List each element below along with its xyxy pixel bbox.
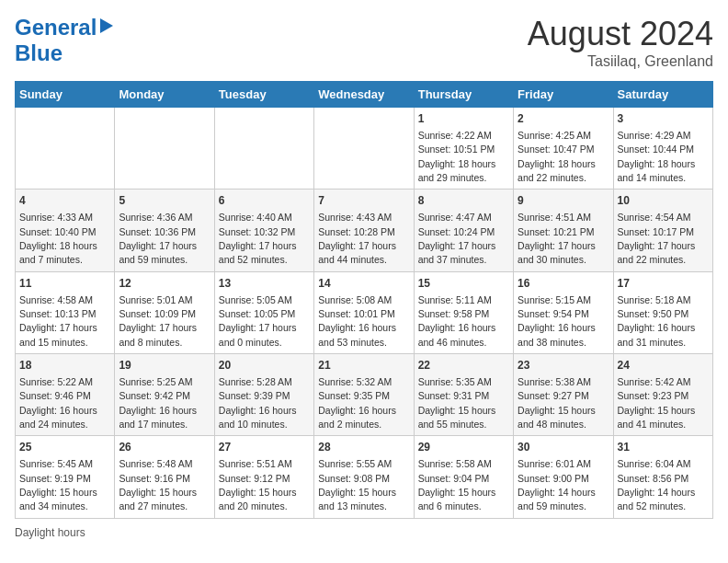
logo-text-general: General — [15, 15, 97, 40]
day-number: 28 — [318, 440, 409, 455]
day-info: Sunrise: 5:01 AM Sunset: 10:09 PM Daylig… — [119, 294, 197, 348]
calendar-cell: 9Sunrise: 4:51 AM Sunset: 10:21 PM Dayli… — [514, 190, 613, 271]
day-info: Sunrise: 5:28 AM Sunset: 9:39 PM Dayligh… — [219, 376, 297, 430]
day-number: 12 — [119, 276, 210, 292]
day-number: 8 — [418, 193, 509, 209]
day-number: 27 — [219, 440, 310, 455]
calendar-week-row: 1Sunrise: 4:22 AM Sunset: 10:51 PM Dayli… — [16, 108, 713, 190]
day-number: 21 — [318, 358, 409, 373]
day-info: Sunrise: 6:04 AM Sunset: 8:56 PM Dayligh… — [618, 458, 696, 511]
logo-arrow-icon — [100, 18, 113, 33]
day-info: Sunrise: 6:01 AM Sunset: 9:00 PM Dayligh… — [518, 458, 596, 511]
day-number: 30 — [518, 440, 609, 455]
calendar-cell: 20Sunrise: 5:28 AM Sunset: 9:39 PM Dayli… — [214, 354, 313, 436]
day-info: Sunrise: 4:51 AM Sunset: 10:21 PM Daylig… — [518, 212, 596, 265]
day-number: 9 — [518, 193, 609, 209]
day-info: Sunrise: 5:32 AM Sunset: 9:35 PM Dayligh… — [318, 376, 396, 430]
calendar-cell: 10Sunrise: 4:54 AM Sunset: 10:17 PM Dayl… — [613, 190, 712, 271]
calendar-cell — [214, 108, 313, 190]
calendar-cell: 26Sunrise: 5:48 AM Sunset: 9:16 PM Dayli… — [115, 436, 214, 518]
calendar-cell: 25Sunrise: 5:45 AM Sunset: 9:19 PM Dayli… — [16, 436, 115, 518]
day-info: Sunrise: 5:35 AM Sunset: 9:31 PM Dayligh… — [418, 376, 496, 430]
day-number: 20 — [219, 358, 310, 373]
day-number: 5 — [119, 193, 210, 209]
calendar-cell: 24Sunrise: 5:42 AM Sunset: 9:23 PM Dayli… — [613, 354, 712, 436]
calendar-cell — [314, 108, 414, 190]
day-info: Sunrise: 5:42 AM Sunset: 9:23 PM Dayligh… — [618, 376, 696, 430]
calendar-header-row: SundayMondayTuesdayWednesdayThursdayFrid… — [16, 82, 713, 108]
calendar-cell: 16Sunrise: 5:15 AM Sunset: 9:54 PM Dayli… — [514, 271, 613, 353]
day-number: 23 — [518, 358, 609, 373]
location-subtitle: Tasiilaq, Greenland — [528, 53, 713, 70]
calendar-cell: 21Sunrise: 5:32 AM Sunset: 9:35 PM Dayli… — [314, 354, 414, 436]
calendar-cell: 2Sunrise: 4:25 AM Sunset: 10:47 PM Dayli… — [514, 108, 613, 190]
day-info: Sunrise: 4:36 AM Sunset: 10:36 PM Daylig… — [119, 212, 197, 265]
day-info: Sunrise: 4:54 AM Sunset: 10:17 PM Daylig… — [618, 212, 696, 265]
calendar-day-header: Friday — [514, 82, 613, 108]
calendar-day-header: Sunday — [16, 82, 115, 108]
day-number: 7 — [318, 193, 409, 209]
day-number: 17 — [618, 276, 709, 292]
calendar-cell: 31Sunrise: 6:04 AM Sunset: 8:56 PM Dayli… — [613, 436, 712, 518]
calendar-cell: 19Sunrise: 5:25 AM Sunset: 9:42 PM Dayli… — [115, 354, 214, 436]
calendar-week-row: 18Sunrise: 5:22 AM Sunset: 9:46 PM Dayli… — [16, 354, 713, 436]
day-info: Sunrise: 5:15 AM Sunset: 9:54 PM Dayligh… — [518, 294, 596, 348]
calendar-cell: 11Sunrise: 4:58 AM Sunset: 10:13 PM Dayl… — [16, 271, 115, 353]
day-number: 16 — [518, 276, 609, 292]
calendar-cell: 18Sunrise: 5:22 AM Sunset: 9:46 PM Dayli… — [16, 354, 115, 436]
day-number: 3 — [618, 111, 709, 127]
day-number: 29 — [418, 440, 509, 455]
day-info: Sunrise: 4:47 AM Sunset: 10:24 PM Daylig… — [418, 212, 496, 265]
calendar-day-header: Wednesday — [314, 82, 414, 108]
calendar-cell: 17Sunrise: 5:18 AM Sunset: 9:50 PM Dayli… — [613, 271, 712, 353]
day-number: 15 — [418, 276, 509, 292]
calendar-cell: 14Sunrise: 5:08 AM Sunset: 10:01 PM Dayl… — [314, 271, 414, 353]
day-info: Sunrise: 4:33 AM Sunset: 10:40 PM Daylig… — [19, 212, 97, 265]
calendar-cell: 28Sunrise: 5:55 AM Sunset: 9:08 PM Dayli… — [314, 436, 414, 518]
calendar-week-row: 25Sunrise: 5:45 AM Sunset: 9:19 PM Dayli… — [16, 436, 713, 518]
calendar-day-header: Tuesday — [214, 82, 313, 108]
calendar-cell: 22Sunrise: 5:35 AM Sunset: 9:31 PM Dayli… — [414, 354, 513, 436]
day-info: Sunrise: 5:48 AM Sunset: 9:16 PM Dayligh… — [119, 458, 197, 511]
calendar-cell: 7Sunrise: 4:43 AM Sunset: 10:28 PM Dayli… — [314, 190, 414, 271]
day-info: Sunrise: 5:05 AM Sunset: 10:05 PM Daylig… — [219, 294, 297, 348]
day-info: Sunrise: 5:18 AM Sunset: 9:50 PM Dayligh… — [618, 294, 696, 348]
calendar-cell: 6Sunrise: 4:40 AM Sunset: 10:32 PM Dayli… — [214, 190, 313, 271]
calendar-day-header: Saturday — [613, 82, 712, 108]
day-number: 13 — [219, 276, 310, 292]
day-info: Sunrise: 5:45 AM Sunset: 9:19 PM Dayligh… — [19, 458, 97, 511]
month-title: August 2024 — [528, 15, 713, 53]
calendar-cell: 27Sunrise: 5:51 AM Sunset: 9:12 PM Dayli… — [214, 436, 313, 518]
calendar-cell: 4Sunrise: 4:33 AM Sunset: 10:40 PM Dayli… — [16, 190, 115, 271]
day-number: 14 — [318, 276, 409, 292]
day-number: 31 — [618, 440, 709, 455]
day-number: 26 — [119, 440, 210, 455]
day-info: Sunrise: 4:58 AM Sunset: 10:13 PM Daylig… — [19, 294, 97, 348]
calendar-week-row: 4Sunrise: 4:33 AM Sunset: 10:40 PM Dayli… — [16, 190, 713, 271]
calendar-cell — [115, 108, 214, 190]
calendar-cell: 5Sunrise: 4:36 AM Sunset: 10:36 PM Dayli… — [115, 190, 214, 271]
calendar-cell: 13Sunrise: 5:05 AM Sunset: 10:05 PM Dayl… — [214, 271, 313, 353]
calendar-cell — [16, 108, 115, 190]
calendar-cell: 15Sunrise: 5:11 AM Sunset: 9:58 PM Dayli… — [414, 271, 513, 353]
day-info: Sunrise: 5:08 AM Sunset: 10:01 PM Daylig… — [318, 294, 396, 348]
calendar-cell: 30Sunrise: 6:01 AM Sunset: 9:00 PM Dayli… — [514, 436, 613, 518]
day-number: 24 — [618, 358, 709, 373]
day-number: 6 — [219, 193, 310, 209]
calendar-week-row: 11Sunrise: 4:58 AM Sunset: 10:13 PM Dayl… — [16, 271, 713, 353]
day-info: Sunrise: 5:51 AM Sunset: 9:12 PM Dayligh… — [219, 458, 297, 511]
calendar-day-header: Monday — [115, 82, 214, 108]
day-info: Sunrise: 4:25 AM Sunset: 10:47 PM Daylig… — [518, 130, 596, 183]
day-number: 10 — [618, 193, 709, 209]
calendar-day-header: Thursday — [414, 82, 513, 108]
calendar-cell: 1Sunrise: 4:22 AM Sunset: 10:51 PM Dayli… — [414, 108, 513, 190]
calendar-cell: 12Sunrise: 5:01 AM Sunset: 10:09 PM Dayl… — [115, 271, 214, 353]
day-info: Sunrise: 4:43 AM Sunset: 10:28 PM Daylig… — [318, 212, 396, 265]
day-info: Sunrise: 4:29 AM Sunset: 10:44 PM Daylig… — [618, 130, 696, 183]
day-info: Sunrise: 5:25 AM Sunset: 9:42 PM Dayligh… — [119, 376, 197, 430]
logo-text-blue: Blue — [15, 40, 63, 66]
day-number: 19 — [119, 358, 210, 373]
calendar-cell: 23Sunrise: 5:38 AM Sunset: 9:27 PM Dayli… — [514, 354, 613, 436]
day-number: 25 — [19, 440, 110, 455]
day-number: 4 — [19, 193, 110, 209]
